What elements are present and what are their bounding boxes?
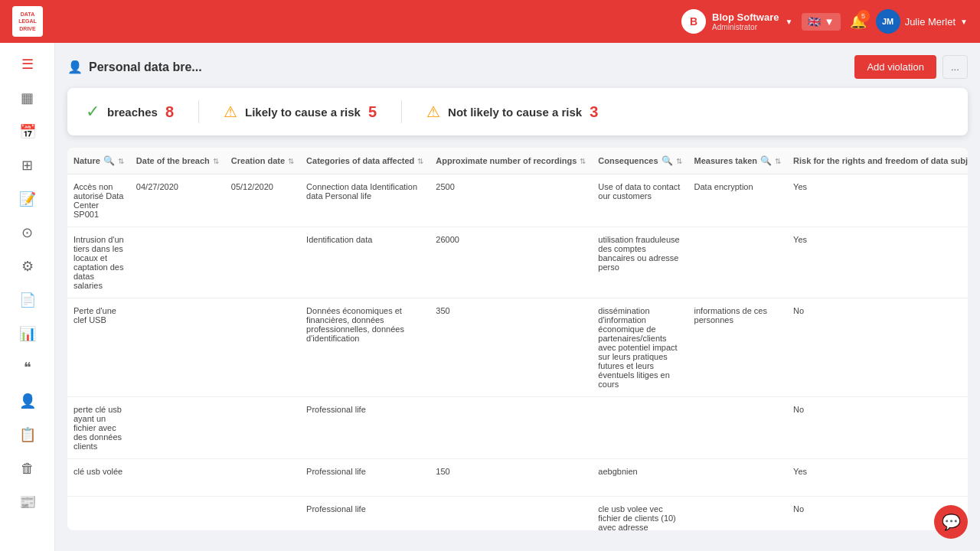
cell-measures: informations de ces personnes — [688, 298, 788, 397]
sidebar-item-calendar[interactable]: 📅 — [9, 116, 46, 147]
user-menu-button[interactable]: JM Julie Merlet ▼ — [876, 9, 968, 34]
sidebar-item-circle[interactable]: ⊙ — [9, 217, 46, 248]
cell-nature — [67, 497, 130, 531]
cell-consequences: Use of data to contact our customers — [592, 174, 688, 227]
creation-date-sort-button[interactable]: ⇅ — [288, 157, 294, 165]
measures-search-button[interactable]: 🔍 — [760, 155, 772, 166]
add-violation-button[interactable]: Add violation — [854, 55, 936, 79]
page-header: 👤 Personal data bre... Add violation ... — [67, 55, 968, 79]
table-header-row: Nature 🔍 ⇅ Date of the breach ⇅ C — [67, 148, 968, 174]
cell-date-breach — [130, 497, 225, 531]
sidebar-item-documents[interactable]: 📝 — [9, 184, 46, 214]
cell-creation-date — [225, 298, 300, 397]
cell-approximate: 150 — [430, 459, 592, 497]
sidebar-item-user[interactable]: 👤 — [9, 386, 46, 416]
nature-search-button[interactable]: 🔍 — [103, 155, 115, 166]
warning-icon-2: ⚠ — [426, 103, 440, 121]
check-icon: ✓ — [86, 102, 100, 122]
company-details: Blop Software Administrator — [712, 11, 779, 31]
logo-box: DATALEGALDRIVE — [12, 6, 43, 37]
company-info[interactable]: B Blop Software Administrator ▼ — [681, 9, 792, 34]
warning-icon-1: ⚠ — [224, 103, 237, 121]
cell-date-breach — [130, 298, 225, 397]
cell-consequences: cle usb volee vec fichier de clients (10… — [592, 497, 688, 531]
company-name: Blop Software — [712, 11, 779, 23]
cell-nature: Accès non autorisé Data Center SP001 — [67, 174, 130, 227]
user-name: Julie Merlet — [905, 16, 956, 28]
cell-creation-date — [225, 459, 300, 497]
sidebar-item-news[interactable]: 📰 — [9, 487, 46, 517]
th-measures: Measures taken 🔍 ⇅ — [688, 148, 788, 174]
chat-bubble[interactable]: 💬 — [934, 505, 968, 539]
cell-approximate — [430, 497, 592, 531]
cell-categories: Professional life — [300, 397, 430, 459]
date-breach-sort-button[interactable]: ⇅ — [213, 157, 219, 165]
cell-nature: Perte d'une clef USB — [67, 298, 130, 397]
summary-likely-risk: ⚠ Likely to cause a risk 5 — [224, 103, 377, 121]
cell-creation-date — [225, 227, 300, 298]
topbar-right: B Blop Software Administrator ▼ 🇬🇧 ▼ 🔔 5… — [681, 9, 968, 34]
cell-consequences: utilisation frauduleuse des comptes banc… — [592, 227, 688, 298]
consequences-sort-button[interactable]: ⇅ — [676, 157, 682, 165]
consequences-search-button[interactable]: 🔍 — [662, 155, 673, 166]
cell-risk: Yes — [787, 174, 968, 227]
summary-breaches: ✓ breaches 8 — [86, 102, 174, 122]
page-title-text: Personal data bre... — [89, 60, 202, 74]
cell-measures — [688, 459, 788, 497]
cell-measures: Data encryption — [688, 174, 788, 227]
summary-bar: ✓ breaches 8 ⚠ Likely to cause a risk 5 … — [67, 88, 968, 135]
cell-nature: clé usb volée — [67, 459, 130, 497]
sidebar-item-file[interactable]: 📄 — [9, 285, 46, 315]
cell-consequences: dissémination d'information économique d… — [592, 298, 688, 397]
sidebar-item-settings[interactable]: ⚙ — [9, 251, 46, 282]
page-title: 👤 Personal data bre... — [67, 60, 202, 74]
cell-creation-date — [225, 397, 300, 459]
table-row: Perte d'une clef USB Données économiques… — [67, 298, 968, 397]
cell-categories: Professional life — [300, 459, 430, 497]
cell-approximate: 26000 — [430, 227, 592, 298]
sidebar-item-grid[interactable]: ⊞ — [9, 150, 46, 181]
cell-categories: Connection data Identification data Pers… — [300, 174, 430, 227]
sidebar-item-dashboard[interactable]: ▦ — [9, 83, 46, 113]
measures-sort-button[interactable]: ⇅ — [775, 157, 781, 165]
nature-sort-button[interactable]: ⇅ — [118, 157, 124, 165]
th-consequences: Consequences 🔍 ⇅ — [592, 148, 688, 174]
sidebar-item-trash[interactable]: 🗑 — [9, 453, 46, 484]
more-options-button[interactable]: ... — [942, 55, 968, 79]
table-row: Professional life cle usb volee vec fich… — [67, 497, 968, 531]
breaches-label: breaches — [107, 106, 158, 119]
summary-not-likely: ⚠ Not likely to cause a risk 3 — [426, 103, 598, 121]
cell-approximate: 2500 — [430, 174, 592, 227]
notification-badge: 5 — [858, 10, 870, 22]
data-table-container[interactable]: Nature 🔍 ⇅ Date of the breach ⇅ C — [67, 148, 968, 530]
likely-risk-label: Likely to cause a risk — [245, 106, 361, 119]
table-row: Accès non autorisé Data Center SP001 04/… — [67, 174, 968, 227]
sidebar-item-quote[interactable]: ❝ — [9, 352, 46, 383]
cell-categories: Professional life — [300, 497, 430, 531]
main-content: 👤 Personal data bre... Add violation ...… — [55, 43, 980, 551]
sidebar-item-chart[interactable]: 📊 — [9, 318, 46, 349]
sidebar-item-menu[interactable]: ☰ — [9, 49, 46, 80]
cell-date-breach: 04/27/2020 — [130, 174, 225, 227]
not-likely-count: 3 — [590, 103, 598, 121]
user-chevron-icon: ▼ — [960, 18, 968, 26]
th-nature: Nature 🔍 ⇅ — [67, 148, 130, 174]
sidebar-item-list[interactable]: 📋 — [9, 419, 46, 450]
cell-risk: No — [787, 397, 968, 459]
cell-measures — [688, 497, 788, 531]
user-avatar: JM — [876, 9, 900, 34]
language-button[interactable]: 🇬🇧 ▼ — [802, 13, 840, 31]
approximate-sort-button[interactable]: ⇅ — [580, 157, 586, 165]
not-likely-label: Not likely to cause a risk — [448, 106, 582, 119]
divider-1 — [198, 100, 199, 123]
th-date-breach: Date of the breach ⇅ — [130, 148, 225, 174]
cell-categories: Données économiques et financières, donn… — [300, 298, 430, 397]
person-icon: 👤 — [67, 60, 83, 74]
categories-sort-button[interactable]: ⇅ — [417, 157, 423, 165]
cell-creation-date — [225, 497, 300, 531]
cell-risk: Yes — [787, 227, 968, 298]
cell-creation-date: 05/12/2020 — [225, 174, 300, 227]
cell-measures — [688, 227, 788, 298]
notification-button[interactable]: 🔔 5 — [850, 13, 867, 30]
th-approximate: Approximate number of recordings ⇅ — [430, 148, 592, 174]
